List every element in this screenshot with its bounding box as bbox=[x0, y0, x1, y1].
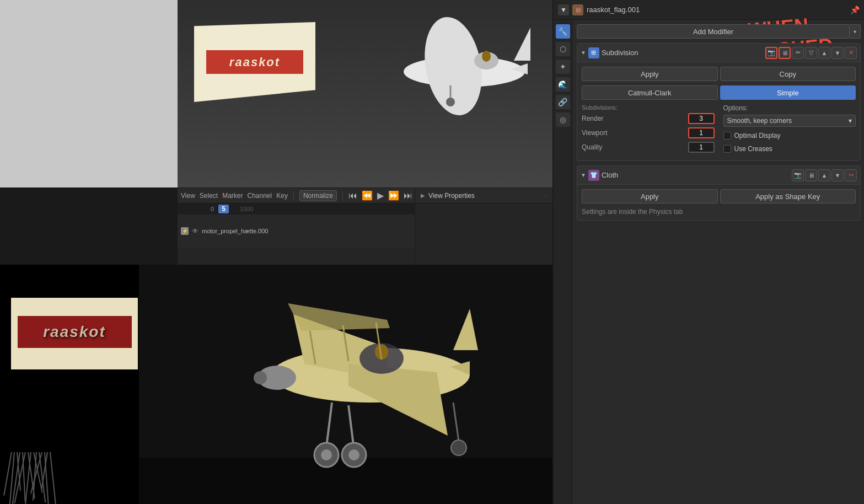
modifier-viewport-icon[interactable]: 🖥 bbox=[779, 47, 791, 59]
right-panel-content: Add Modifier ▾ ▼ ⊞ Subdivision 📷 🖥 ✏ bbox=[572, 20, 864, 229]
modifier-collapse-arrow[interactable]: ▼ bbox=[581, 50, 586, 56]
subdivision-modifier-body: Apply Copy Catmull-Clark Simple Subdivis… bbox=[577, 62, 860, 160]
dist-line-15 bbox=[50, 452, 56, 504]
timeline-menu-channel[interactable]: Channel bbox=[248, 192, 272, 200]
play-end-icon[interactable]: ⏭ bbox=[404, 191, 412, 201]
cloth-modifier-card: ▼ 👕 Cloth 📷 🖥 ▲ ▼ ↪ Apply Apply as Shape bbox=[577, 165, 861, 221]
cloth-camera-icon[interactable]: 📷 bbox=[792, 169, 804, 181]
cloth-move-down[interactable]: ▼ bbox=[831, 169, 844, 181]
flag-bottom-brand-text: raaskot bbox=[43, 323, 106, 341]
catmull-clark-button[interactable]: Catmull-Clark bbox=[582, 85, 718, 100]
view-prop-dots: ··· bbox=[542, 192, 547, 199]
left-gray-panel bbox=[0, 0, 178, 187]
side-icon-modifier[interactable]: 🔧 bbox=[556, 24, 570, 39]
subdivision-modifier-icon: ⊞ bbox=[588, 47, 599, 58]
svg-point-6 bbox=[446, 98, 455, 106]
subdivision-copy-button[interactable]: Copy bbox=[720, 67, 856, 81]
cloth-apply-shape-key-button[interactable]: Apply as Shape Key bbox=[720, 189, 856, 203]
modifier-move-up[interactable]: ▲ bbox=[818, 47, 830, 59]
modifier-camera-icon[interactable]: 📷 bbox=[765, 47, 777, 59]
cloth-collapse-arrow[interactable]: ▼ bbox=[581, 172, 586, 178]
render-field-label: Render bbox=[582, 115, 688, 122]
quality-field-row: Quality 1 bbox=[582, 141, 715, 154]
current-frame-indicator[interactable]: 5 bbox=[218, 205, 229, 213]
cloth-modifier-actions: 📷 🖥 ▲ ▼ ↪ bbox=[792, 169, 857, 181]
cloth-modifier-body: Apply Apply as Shape Key Settings are in… bbox=[577, 185, 860, 220]
side-icon-physics[interactable]: 🌊 bbox=[556, 77, 570, 92]
modifier-actions: 📷 🖥 ✏ ▽ ▲ ▼ ✕ bbox=[765, 47, 857, 59]
play-forward-icon[interactable]: ▶ bbox=[377, 190, 384, 201]
side-icon-data[interactable]: ◎ bbox=[556, 112, 570, 127]
side-icon-particles[interactable]: ✦ bbox=[556, 60, 570, 74]
use-creases-label: Use Creases bbox=[734, 145, 772, 153]
svg-point-21 bbox=[321, 449, 332, 460]
play-icon[interactable]: ⏮ bbox=[348, 191, 357, 201]
subdivisions-options-row: Subdivisions: Render 3 Viewport 1 Qualit… bbox=[582, 104, 856, 156]
ruler-tick-label: 1000 bbox=[240, 206, 253, 212]
simple-button[interactable]: Simple bbox=[720, 85, 856, 100]
step-back-icon[interactable]: ⏪ bbox=[362, 190, 373, 201]
use-creases-checkbox[interactable] bbox=[723, 145, 731, 153]
view-prop-arrow-icon: ▶ bbox=[421, 192, 425, 199]
object-name-label: raaskot_flag.001 bbox=[587, 6, 847, 14]
eye-icon: 👁 bbox=[192, 227, 198, 235]
quality-value-field[interactable]: 1 bbox=[688, 142, 715, 153]
smooth-dropdown[interactable]: Smooth, keep corners ▾ bbox=[723, 115, 856, 127]
subdivision-modifier-name: Subdivision bbox=[602, 49, 763, 57]
viewport-field-row: Viewport 1 bbox=[582, 126, 715, 140]
smooth-dropdown-row: Smooth, keep corners ▾ bbox=[723, 114, 856, 127]
pin-icon[interactable]: 📌 bbox=[850, 6, 860, 14]
flag-top-brand: raaskot bbox=[206, 50, 303, 74]
header-dropdown-arrow: ▼ bbox=[560, 6, 567, 14]
bottom-plane bbox=[139, 265, 552, 504]
side-icon-object[interactable]: ⬡ bbox=[556, 42, 570, 56]
optimal-display-checkbox[interactable] bbox=[723, 132, 731, 140]
modifier-move-down[interactable]: ▼ bbox=[831, 47, 844, 59]
modifier-close-button[interactable]: ✕ bbox=[845, 47, 857, 59]
cloth-modifier-icon: 👕 bbox=[588, 170, 599, 181]
track-type-icon: ⚡ bbox=[181, 227, 189, 235]
render-value-field[interactable]: 3 bbox=[688, 113, 715, 124]
viewport-value-field[interactable]: 1 bbox=[688, 127, 715, 138]
options-column: Options: Smooth, keep corners ▾ Optimal … bbox=[723, 104, 856, 156]
cloth-viewport-icon[interactable]: 🖥 bbox=[805, 169, 817, 181]
cloth-close-button[interactable]: ↪ bbox=[845, 169, 857, 181]
svg-marker-2 bbox=[514, 28, 530, 61]
subdivision-modifier-header: ▼ ⊞ Subdivision 📷 🖥 ✏ ▽ ▲ ▼ bbox=[577, 44, 860, 62]
timeline-menu-select[interactable]: Select bbox=[200, 192, 218, 200]
plane-svg bbox=[365, 11, 530, 121]
subdivision-apply-button[interactable]: Apply bbox=[582, 67, 718, 81]
step-forward-icon[interactable]: ⏩ bbox=[388, 190, 399, 201]
side-icon-constraints[interactable]: 🔗 bbox=[556, 95, 570, 109]
normalize-button[interactable]: Normalize bbox=[299, 190, 337, 201]
timeline-menu-view[interactable]: View bbox=[181, 192, 195, 200]
modifier-edit-icon[interactable]: ✏ bbox=[792, 47, 804, 59]
cloth-modifier-header: ▼ 👕 Cloth 📷 🖥 ▲ ▼ ↪ bbox=[577, 166, 860, 185]
right-panel-header: ▼ ▤ raaskot_flag.001 📌 bbox=[554, 0, 864, 20]
distortion-lines bbox=[11, 452, 138, 504]
side-icon-column: 🔧 ⬡ ✦ 🌊 🔗 ◎ bbox=[554, 20, 572, 504]
header-object-icon: ▤ bbox=[572, 4, 583, 15]
bottom-plane-svg bbox=[139, 265, 552, 504]
flag-bottom-brand: raaskot bbox=[18, 316, 132, 348]
view-prop-header: ▶ View Properties ··· bbox=[415, 188, 552, 203]
flag-top-brand-text: raaskot bbox=[229, 55, 280, 69]
svg-point-16 bbox=[254, 371, 267, 384]
add-modifier-row: Add Modifier ▾ bbox=[577, 24, 861, 39]
add-modifier-dropdown[interactable]: ▾ bbox=[850, 24, 861, 39]
timeline-menu-key[interactable]: Key bbox=[276, 192, 288, 200]
track-object-label: motor_propel_hætte.000 bbox=[202, 228, 268, 234]
cloth-modifier-name: Cloth bbox=[602, 171, 790, 179]
subdivisions-section-label: Subdivisions: bbox=[582, 104, 715, 111]
cloth-move-up[interactable]: ▲ bbox=[818, 169, 830, 181]
modifier-filter-icon[interactable]: ▽ bbox=[805, 47, 817, 59]
timeline-menu-marker[interactable]: Marker bbox=[222, 192, 243, 200]
subdivisions-column: Subdivisions: Render 3 Viewport 1 Qualit… bbox=[582, 104, 715, 156]
header-dropdown-icon[interactable]: ▼ bbox=[558, 4, 569, 15]
object-type-icon: ▤ bbox=[576, 7, 581, 13]
right-panel: WHEN SWITCHED DISTORTION APPEARS ▼ ▤ raa… bbox=[552, 0, 864, 504]
add-modifier-button[interactable]: Add Modifier bbox=[577, 24, 850, 39]
cloth-apply-button[interactable]: Apply bbox=[582, 189, 718, 203]
cloth-info-text: Settings are inside the Physics tab bbox=[582, 208, 856, 216]
frame-zero-label: 0 bbox=[211, 206, 214, 212]
